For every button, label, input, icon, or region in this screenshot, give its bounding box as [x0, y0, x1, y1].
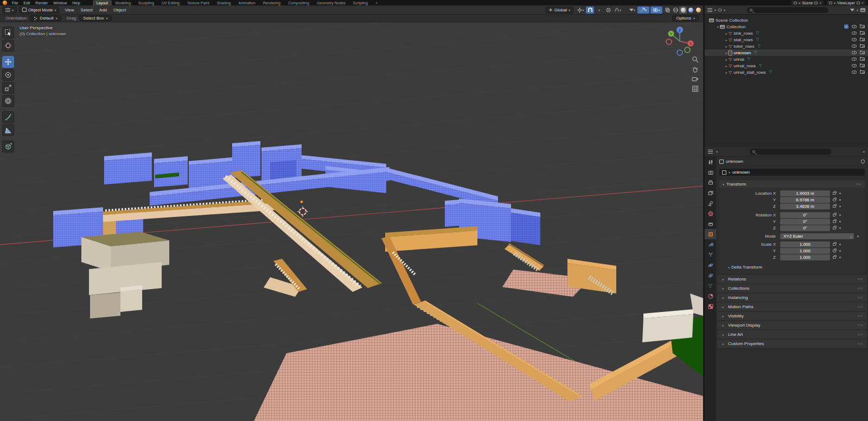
camera-view-button[interactable]	[692, 75, 699, 82]
pan-hand-button[interactable]	[692, 66, 699, 73]
panel-collections[interactable]: ▸Collections≡≡	[717, 284, 867, 292]
tab-compositing[interactable]: Compositing	[284, 0, 313, 5]
expand-icon[interactable]: ▸	[724, 38, 729, 42]
tab-physics[interactable]	[705, 260, 716, 270]
camera-icon[interactable]	[860, 38, 865, 41]
menu-help[interactable]: Help	[69, 1, 82, 5]
expand-icon[interactable]: ▸	[724, 51, 729, 55]
new-viewlayer-icon[interactable]	[857, 2, 860, 4]
panel-motion-paths[interactable]: ▸Motion Paths≡≡	[717, 303, 867, 311]
camera-icon[interactable]	[860, 25, 865, 28]
tool-move[interactable]	[2, 56, 14, 68]
panel-visibility[interactable]: ▸Visibility≡≡	[717, 312, 867, 320]
lock-icon[interactable]	[833, 256, 836, 259]
object-visibility-dropdown[interactable]: ▾	[628, 7, 636, 14]
options-dropdown[interactable]: Options▾	[672, 15, 699, 21]
lock-icon[interactable]	[833, 192, 836, 195]
tab-scene[interactable]	[705, 198, 716, 208]
rotation-y-field[interactable]: 0°	[780, 219, 830, 225]
gizmo-y-neg[interactable]	[685, 47, 690, 53]
tool-cursor[interactable]	[2, 40, 14, 52]
zoom-button[interactable]	[692, 56, 699, 63]
editor-type-button[interactable]: ▾	[2, 7, 17, 14]
expand-icon[interactable]: ▸	[724, 71, 729, 74]
menu-window[interactable]: Window	[50, 1, 69, 5]
menu-object[interactable]: Object	[110, 8, 129, 12]
object-origin[interactable]	[301, 201, 303, 203]
tab-collection[interactable]	[705, 219, 716, 229]
tab-material[interactable]	[705, 291, 716, 301]
eye-icon[interactable]	[852, 31, 857, 35]
rotation-mode-select[interactable]: XYZ Euler ▾	[780, 233, 854, 239]
expand-icon[interactable]: ▸	[724, 64, 729, 68]
animate-dot[interactable]	[839, 257, 841, 258]
camera-icon[interactable]	[860, 44, 865, 48]
expand-icon[interactable]: ▸	[724, 58, 729, 61]
tab-object-data[interactable]: ▽	[705, 280, 716, 291]
panel-grip-icon[interactable]: ≡≡	[858, 323, 863, 327]
navigation-gizmo[interactable]: Z Y X	[664, 25, 695, 56]
eye-icon[interactable]	[852, 25, 857, 28]
lock-icon[interactable]	[833, 220, 836, 223]
camera-icon[interactable]	[860, 51, 865, 54]
location-x-field[interactable]: 1.9003 m	[780, 190, 830, 196]
collection-checkbox[interactable]: ✓	[844, 24, 848, 29]
tab-tool[interactable]	[705, 157, 716, 167]
unlink-scene-icon[interactable]: ×	[819, 1, 821, 5]
tab-particles[interactable]	[705, 250, 716, 260]
gizmos-toggle[interactable]: ▾	[637, 7, 649, 14]
outliner-editor-chevron[interactable]: ▾	[714, 8, 716, 12]
eye-icon[interactable]	[852, 58, 857, 61]
outliner-row-urinal-stall-rows[interactable]: ▸ ▽ urinal_stall_rows ▽	[705, 69, 868, 75]
menu-edit[interactable]: Edit	[21, 1, 33, 5]
snapping-dropdown[interactable]: ▾	[595, 7, 603, 14]
lock-icon[interactable]	[833, 199, 836, 201]
animate-dot[interactable]	[839, 227, 841, 229]
rotation-x-field[interactable]: 0°	[780, 212, 830, 218]
tab-modeling[interactable]: Modeling	[112, 0, 135, 5]
menu-select[interactable]: Select	[78, 8, 96, 12]
outliner-row-toilet-rows[interactable]: ▸ ▽ toilet_rows ▽	[705, 43, 868, 49]
outliner-filter-icon[interactable]	[850, 9, 854, 11]
panel-grip-icon[interactable]: ≡≡	[858, 305, 863, 309]
panel-grip-icon[interactable]: ≡≡	[858, 277, 863, 281]
tab-animation[interactable]: Animation	[235, 0, 259, 5]
tab-view-layer[interactable]	[705, 188, 716, 198]
gizmo-z-neg[interactable]	[677, 50, 682, 55]
eye-icon[interactable]	[852, 44, 857, 48]
xray-toggle[interactable]	[663, 7, 672, 14]
scale-x-field[interactable]: 1.000	[780, 241, 830, 247]
tab-constraints[interactable]	[705, 270, 716, 280]
tab-layout[interactable]: Layout	[93, 0, 112, 5]
snapping-magnet-toggle[interactable]	[586, 7, 594, 14]
shading-wireframe-button[interactable]	[672, 7, 679, 14]
location-y-field[interactable]: 6.9786 m	[780, 197, 830, 203]
location-z-field[interactable]: 3.4626 m	[780, 203, 830, 209]
animate-dot[interactable]	[857, 235, 859, 237]
tool-annotate[interactable]	[2, 111, 14, 123]
object-name-field[interactable]: ▾ unknown	[719, 169, 865, 176]
proportional-editing-toggle[interactable]	[604, 7, 612, 14]
transform-orientation-dropdown[interactable]: Global▾	[545, 7, 573, 14]
filter-chevron[interactable]: ▾	[857, 8, 858, 12]
outliner-row-collection[interactable]: ▾ Collection ✓	[705, 23, 868, 30]
proportional-falloff-dropdown[interactable]: ▾	[614, 7, 622, 14]
menu-render[interactable]: Render	[33, 1, 50, 5]
scale-y-field[interactable]: 1.000	[780, 248, 830, 254]
shading-rendered-button[interactable]	[694, 7, 702, 14]
display-mode-chevron[interactable]: ▾	[724, 8, 725, 12]
tab-sculpting[interactable]: Sculpting	[135, 0, 158, 5]
delta-transform-row[interactable]: ▸ Delta Transform	[719, 264, 868, 270]
panel-grip-icon[interactable]: ≡≡	[858, 314, 863, 318]
tab-output[interactable]	[705, 177, 716, 188]
lock-icon[interactable]	[833, 214, 836, 216]
mode-dropdown[interactable]: Object Mode▾	[19, 7, 59, 14]
viewlayer-selector[interactable]: ▾ ViewLayer ×	[827, 1, 866, 5]
outliner-display-mode-icon[interactable]	[718, 9, 722, 11]
tab-world[interactable]	[705, 208, 716, 219]
tab-scripting[interactable]: Scripting	[349, 0, 372, 5]
panel-custom-properties[interactable]: ▸Custom Properties≡≡	[717, 340, 867, 348]
tool-select-box[interactable]	[2, 27, 14, 39]
scale-z-field[interactable]: 1.000	[780, 254, 830, 260]
tool-rotate[interactable]	[2, 69, 14, 81]
